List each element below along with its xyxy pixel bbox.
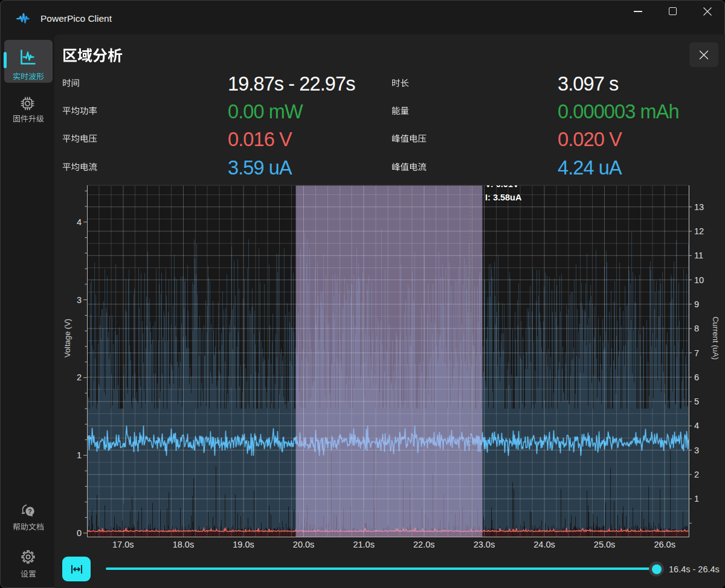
svg-text:18.0s: 18.0s: [173, 540, 194, 549]
svg-text:11: 11: [694, 251, 703, 260]
svg-text:8: 8: [694, 324, 699, 333]
svg-text:Current (uA): Current (uA): [711, 316, 720, 360]
svg-text:17.0s: 17.0s: [112, 540, 134, 549]
svg-text:4: 4: [694, 421, 699, 430]
svg-text:I: 3.58uA: I: 3.58uA: [485, 193, 522, 202]
svg-text:V: 0.01V: V: 0.01V: [485, 179, 519, 189]
svg-text:10: 10: [694, 275, 704, 285]
svg-text:2: 2: [77, 372, 82, 382]
svg-text:6: 6: [694, 372, 699, 382]
svg-text:1: 1: [694, 494, 699, 503]
svg-text:9: 9: [694, 299, 699, 309]
svg-text:7: 7: [694, 348, 699, 358]
svg-text:26.0s: 26.0s: [654, 540, 675, 549]
svg-text:Voltage (V): Voltage (V): [63, 319, 72, 357]
svg-text:?: ?: [28, 508, 31, 515]
svg-text:1: 1: [77, 450, 82, 460]
svg-text:4: 4: [77, 217, 82, 227]
svg-text:3: 3: [77, 295, 82, 305]
svg-text:19.0s: 19.0s: [233, 540, 254, 549]
svg-text:20.0s: 20.0s: [293, 540, 314, 549]
svg-text:25.0s: 25.0s: [594, 540, 615, 549]
svg-text:3: 3: [694, 446, 699, 455]
svg-text:5: 5: [694, 397, 699, 406]
svg-text:24.0s: 24.0s: [533, 540, 555, 549]
svg-text:23.0s: 23.0s: [474, 540, 495, 549]
svg-text:12: 12: [694, 226, 704, 236]
svg-text:22.0s: 22.0s: [413, 540, 434, 549]
svg-text:2: 2: [694, 470, 699, 479]
svg-text:21.0s: 21.0s: [353, 540, 374, 549]
svg-text:0: 0: [77, 528, 82, 538]
svg-text:13: 13: [694, 202, 704, 212]
